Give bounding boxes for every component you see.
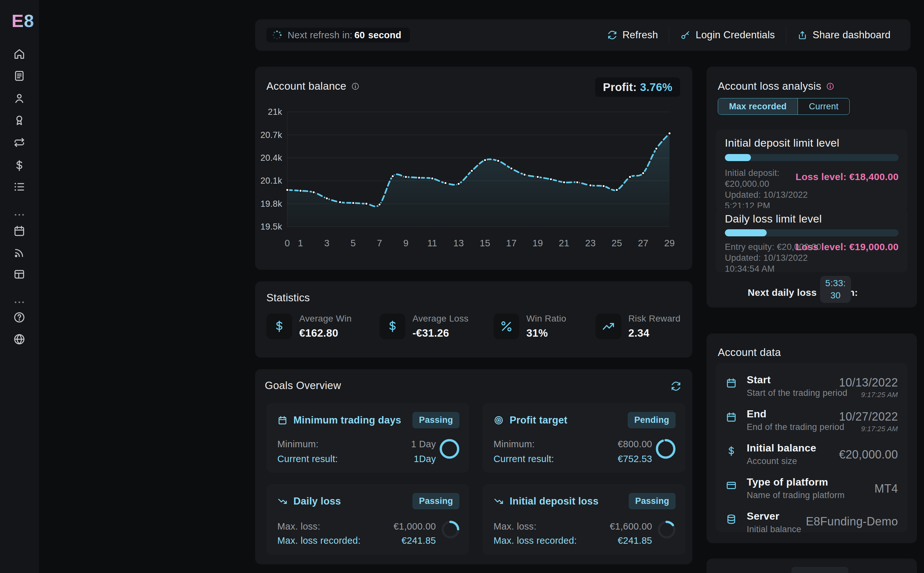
goals-overview-card: Goals Overview Minimum trading days Pass…: [255, 369, 692, 564]
goal-row-label: Current result:: [277, 454, 338, 464]
svg-text:3: 3: [324, 238, 329, 248]
profit-badge: Profit:3.76%: [595, 77, 680, 97]
initial-deposit-limit-panel: Initial deposit limit level Initial depo…: [716, 130, 908, 210]
goal-progress-ring: [657, 520, 676, 539]
spinner-icon: [271, 30, 282, 41]
svg-text:19.8k: 19.8k: [260, 199, 282, 209]
user-icon[interactable]: [13, 92, 26, 105]
account-data-row-end: End End of the trading period 10/27/2022…: [725, 408, 898, 439]
calendar-icon: [725, 377, 737, 389]
goals-overview-title: Goals Overview: [265, 379, 341, 391]
daily-loss-reset-countdown: 5:33:30: [820, 276, 851, 303]
ellipsis-icon[interactable]: [13, 296, 26, 309]
topbar: Next refresh in: 60 second Refresh Login…: [255, 19, 910, 51]
refresh-countdown-label: Next refresh in:: [288, 30, 352, 41]
loss-analysis-tabs: Max recorded Current: [718, 98, 850, 115]
refresh-icon: [607, 30, 617, 40]
calendar-icon: [277, 415, 288, 426]
svg-text:7: 7: [377, 238, 382, 248]
progress-bar: [725, 229, 899, 236]
help-icon[interactable]: [13, 311, 26, 324]
svg-text:20.1k: 20.1k: [260, 176, 282, 186]
progress-fill: [725, 154, 751, 161]
stat-value: -€31.26: [413, 327, 468, 339]
svg-text:9: 9: [403, 238, 408, 248]
tab-max-recorded[interactable]: Max recorded: [718, 99, 798, 114]
share-dashboard-button[interactable]: Share dashboard: [786, 29, 902, 41]
login-credentials-button[interactable]: Login Credentials: [669, 29, 786, 41]
svg-text:20.7k: 20.7k: [260, 130, 282, 140]
loss-level-value: Loss level: €18,400.00: [795, 171, 899, 182]
svg-text:1: 1: [298, 238, 303, 248]
statistics-title: Statistics: [267, 292, 310, 304]
refresh-countdown-value: 60: [354, 30, 365, 41]
svg-text:5: 5: [351, 238, 356, 248]
statistics-card: Statistics Average Win €162.80 Average L…: [255, 281, 692, 358]
dollar-icon[interactable]: [13, 159, 26, 172]
repeat-icon[interactable]: [13, 136, 26, 149]
list-icon[interactable]: [13, 180, 26, 193]
goal-row-value: 1Day: [414, 454, 436, 464]
tab-current[interactable]: Current: [798, 99, 849, 114]
award-icon[interactable]: [13, 114, 26, 127]
svg-text:21k: 21k: [268, 107, 282, 117]
svg-text:21: 21: [559, 238, 569, 248]
goal-row-label: Minimum:: [494, 439, 535, 449]
dollar-icon: [725, 445, 737, 457]
svg-text:17: 17: [506, 238, 517, 248]
stat-label: Average Win: [299, 313, 351, 324]
profit-label: Profit:: [603, 81, 637, 93]
layout-icon[interactable]: [13, 268, 26, 281]
account-loss-analysis-card: Account loss analysis Max recorded Curre…: [706, 67, 917, 307]
percent-icon: [494, 313, 519, 339]
svg-text:23: 23: [585, 238, 596, 248]
goal-card-profit-target: Profit target Pending Minimum:€800.00 Cu…: [483, 403, 685, 473]
globe-icon[interactable]: [13, 333, 26, 346]
trending-down-icon: [494, 496, 504, 506]
share-icon: [797, 30, 808, 40]
stat-risk-reward: Risk Reward 2.34: [596, 313, 681, 339]
goal-row-label: Max. loss recorded:: [494, 535, 577, 546]
goal-card-initial-deposit-loss: Initial deposit loss Passing Max. loss:€…: [483, 484, 685, 555]
goal-progress-ring: [439, 438, 460, 459]
stat-value: 31%: [526, 327, 566, 339]
progress-bar: [725, 154, 899, 161]
account-data-title: Account data: [718, 346, 781, 359]
goal-status-badge: Passing: [629, 493, 676, 509]
ellipsis-icon[interactable]: [13, 208, 26, 221]
trending-down-icon: [277, 496, 288, 506]
stat-value: €162.80: [299, 327, 351, 339]
home-icon[interactable]: [13, 48, 26, 61]
svg-text:29: 29: [664, 238, 675, 248]
panel-title: Daily loss limit level: [725, 213, 822, 225]
signal-icon[interactable]: [13, 246, 26, 259]
goal-card-minimum-trading-days: Minimum trading days Passing Minimum:1 D…: [267, 403, 469, 473]
stat-value: 2.34: [628, 327, 681, 339]
goal-row-value: €752.53: [618, 454, 652, 464]
refresh-icon[interactable]: [670, 381, 681, 391]
goal-row-value: €1,000.00: [394, 521, 436, 532]
info-icon[interactable]: [826, 82, 835, 91]
svg-text:13: 13: [453, 238, 464, 248]
credit-card-icon: [725, 479, 737, 491]
panel-title: Initial deposit limit level: [725, 137, 839, 149]
goal-row-value: €800.00: [618, 439, 652, 449]
goal-status-badge: Passing: [413, 493, 460, 509]
goal-title: Initial deposit loss: [510, 496, 598, 507]
account-data-card: Account data Start Start of the trading …: [706, 333, 917, 543]
svg-text:20.4k: 20.4k: [260, 153, 282, 163]
account-balance-chart: 21k20.7k20.4k20.1k19.8k19.5k013579111315…: [255, 103, 696, 254]
goal-status-badge: Pending: [628, 412, 676, 428]
document-icon[interactable]: [13, 69, 26, 82]
account-balance-title: Account balance: [267, 80, 347, 92]
goal-card-daily-loss: Daily loss Passing Max. loss:€1,000.00 M…: [267, 484, 469, 555]
info-icon[interactable]: [351, 82, 360, 91]
calendar-icon[interactable]: [13, 224, 26, 237]
goal-row-value: €241.85: [618, 535, 652, 546]
share-dashboard-label: Share dashboard: [813, 29, 891, 41]
goal-row-label: Max. loss recorded:: [277, 535, 361, 546]
account-data-row-platform: Type of platform Name of trading platfor…: [725, 476, 898, 507]
svg-text:15: 15: [480, 238, 490, 248]
stat-win-ratio: Win Ratio 31%: [494, 313, 566, 339]
refresh-button[interactable]: Refresh: [596, 29, 669, 41]
